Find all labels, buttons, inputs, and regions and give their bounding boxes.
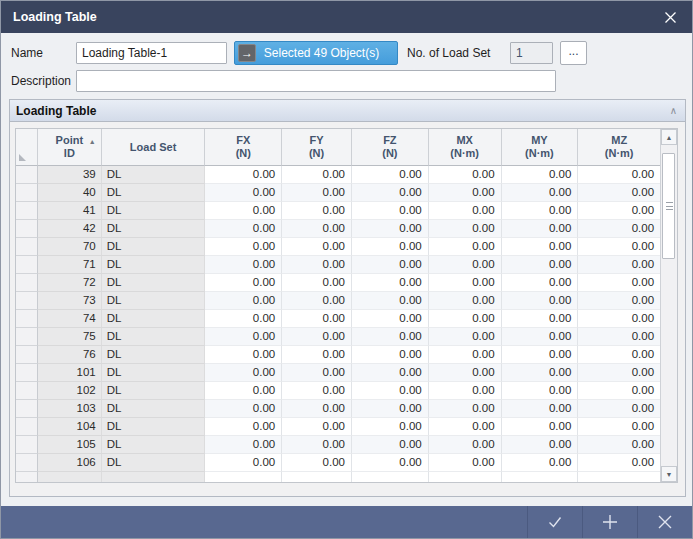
cell-fx[interactable]: 0.00 xyxy=(205,202,282,220)
cell-fz[interactable]: 0.00 xyxy=(352,256,429,274)
cell-fy[interactable]: 0.00 xyxy=(282,418,352,436)
select-all-corner[interactable] xyxy=(16,129,38,166)
collapse-chevron-icon[interactable]: ∧ xyxy=(670,106,677,116)
cell-load-set[interactable]: DL xyxy=(102,292,206,310)
table-row[interactable]: 40DL0.000.000.000.000.000.00 xyxy=(16,184,660,202)
cell-fy[interactable]: 0.00 xyxy=(282,436,352,454)
cell-mx[interactable]: 0.00 xyxy=(429,382,502,400)
cell-fy[interactable]: 0.00 xyxy=(282,220,352,238)
cell-fz[interactable]: 0.00 xyxy=(352,418,429,436)
cell-mz[interactable] xyxy=(578,472,660,482)
column-header-my[interactable]: MY(N·m) xyxy=(502,129,579,166)
cell-fx[interactable]: 0.00 xyxy=(205,292,282,310)
cell-fz[interactable]: 0.00 xyxy=(352,202,429,220)
cell-mz[interactable]: 0.00 xyxy=(578,202,660,220)
cell-fy[interactable]: 0.00 xyxy=(282,310,352,328)
cell-load-set[interactable]: DL xyxy=(102,220,206,238)
row-indicator[interactable] xyxy=(16,220,38,238)
cell-mx[interactable]: 0.00 xyxy=(429,220,502,238)
cell-point-id[interactable]: 73 xyxy=(38,292,102,310)
cell-mz[interactable]: 0.00 xyxy=(578,292,660,310)
row-indicator[interactable] xyxy=(16,346,38,364)
cell-mz[interactable]: 0.00 xyxy=(578,346,660,364)
cell-mx[interactable]: 0.00 xyxy=(429,400,502,418)
cell-fz[interactable]: 0.00 xyxy=(352,364,429,382)
column-header-load-set[interactable]: Load Set xyxy=(102,129,206,166)
cell-fz[interactable]: 0.00 xyxy=(352,238,429,256)
cell-point-id[interactable]: 40 xyxy=(38,184,102,202)
table-row[interactable]: 76DL0.000.000.000.000.000.00 xyxy=(16,346,660,364)
cell-my[interactable]: 0.00 xyxy=(502,256,579,274)
cell-point-id[interactable]: 106 xyxy=(38,454,102,472)
cell-my[interactable]: 0.00 xyxy=(502,418,579,436)
add-button[interactable] xyxy=(582,506,637,538)
cell-fy[interactable]: 0.00 xyxy=(282,166,352,184)
cell-point-id[interactable]: 39 xyxy=(38,166,102,184)
cell-my[interactable]: 0.00 xyxy=(502,166,579,184)
cell-point-id[interactable]: 41 xyxy=(38,202,102,220)
cell-fy[interactable]: 0.00 xyxy=(282,292,352,310)
row-indicator[interactable] xyxy=(16,166,38,184)
cell-load-set[interactable]: DL xyxy=(102,256,206,274)
table-row[interactable]: 42DL0.000.000.000.000.000.00 xyxy=(16,220,660,238)
table-row[interactable]: 72DL0.000.000.000.000.000.00 xyxy=(16,274,660,292)
cell-fx[interactable]: 0.00 xyxy=(205,220,282,238)
groupbox-header[interactable]: Loading Table ∧ xyxy=(10,100,685,122)
scroll-up-icon[interactable]: ▲ xyxy=(661,129,677,145)
cell-fz[interactable]: 0.00 xyxy=(352,292,429,310)
table-row[interactable]: 71DL0.000.000.000.000.000.00 xyxy=(16,256,660,274)
cell-load-set[interactable]: DL xyxy=(102,364,206,382)
table-row[interactable]: 73DL0.000.000.000.000.000.00 xyxy=(16,292,660,310)
cell-mx[interactable]: 0.00 xyxy=(429,346,502,364)
cell-point-id[interactable]: 70 xyxy=(38,238,102,256)
cell-mz[interactable]: 0.00 xyxy=(578,166,660,184)
cell-fx[interactable]: 0.00 xyxy=(205,364,282,382)
cell-my[interactable]: 0.00 xyxy=(502,346,579,364)
cell-load-set[interactable]: DL xyxy=(102,400,206,418)
cell-fy[interactable]: 0.00 xyxy=(282,184,352,202)
name-input[interactable] xyxy=(76,42,227,64)
table-row[interactable]: 70DL0.000.000.000.000.000.00 xyxy=(16,238,660,256)
cell-fy[interactable] xyxy=(282,472,352,482)
cell-load-set[interactable]: DL xyxy=(102,184,206,202)
cell-load-set[interactable]: DL xyxy=(102,382,206,400)
cell-fz[interactable]: 0.00 xyxy=(352,184,429,202)
cell-fy[interactable]: 0.00 xyxy=(282,400,352,418)
row-indicator[interactable] xyxy=(16,292,38,310)
cell-fz[interactable] xyxy=(352,472,429,482)
cell-load-set[interactable]: DL xyxy=(102,436,206,454)
table-row[interactable]: 104DL0.000.000.000.000.000.00 xyxy=(16,418,660,436)
description-input[interactable] xyxy=(76,70,556,92)
cell-fx[interactable]: 0.00 xyxy=(205,382,282,400)
cell-load-set[interactable] xyxy=(102,472,206,482)
cell-fx[interactable]: 0.00 xyxy=(205,454,282,472)
cell-fx[interactable]: 0.00 xyxy=(205,274,282,292)
row-indicator[interactable] xyxy=(16,202,38,220)
cell-load-set[interactable]: DL xyxy=(102,454,206,472)
cell-fz[interactable]: 0.00 xyxy=(352,454,429,472)
table-row[interactable]: 106DL0.000.000.000.000.000.00 xyxy=(16,454,660,472)
cell-point-id[interactable]: 42 xyxy=(38,220,102,238)
cell-mz[interactable]: 0.00 xyxy=(578,274,660,292)
cell-fx[interactable]: 0.00 xyxy=(205,184,282,202)
cell-my[interactable]: 0.00 xyxy=(502,292,579,310)
cell-fx[interactable]: 0.00 xyxy=(205,400,282,418)
cell-fz[interactable]: 0.00 xyxy=(352,274,429,292)
cell-mx[interactable]: 0.00 xyxy=(429,184,502,202)
row-indicator[interactable] xyxy=(16,454,38,472)
cell-mz[interactable]: 0.00 xyxy=(578,256,660,274)
row-indicator[interactable] xyxy=(16,382,38,400)
cell-load-set[interactable]: DL xyxy=(102,238,206,256)
column-header-fx[interactable]: FX(N) xyxy=(205,129,282,166)
cell-point-id[interactable]: 75 xyxy=(38,328,102,346)
cell-fy[interactable]: 0.00 xyxy=(282,328,352,346)
cell-load-set[interactable]: DL xyxy=(102,328,206,346)
column-header-point-id[interactable]: PointID▲ xyxy=(38,129,102,166)
browse-button[interactable]: ... xyxy=(560,41,587,65)
cell-fy[interactable]: 0.00 xyxy=(282,256,352,274)
column-header-mz[interactable]: MZ(N·m) xyxy=(578,129,660,166)
cell-point-id[interactable]: 74 xyxy=(38,310,102,328)
column-header-fz[interactable]: FZ(N) xyxy=(352,129,429,166)
cell-fy[interactable]: 0.00 xyxy=(282,274,352,292)
row-indicator[interactable] xyxy=(16,400,38,418)
